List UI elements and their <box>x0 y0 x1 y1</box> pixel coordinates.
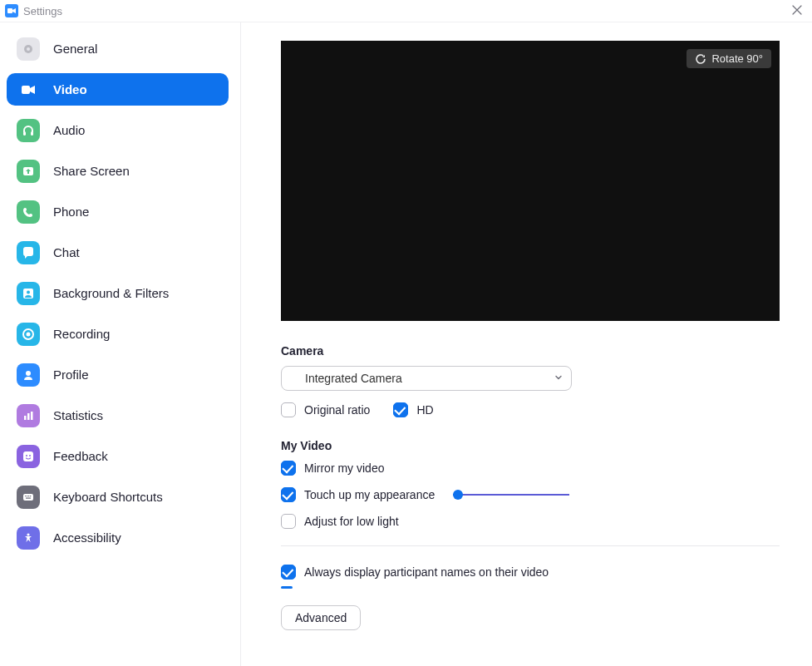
touch-up-checkbox[interactable] <box>281 487 296 502</box>
sidebar-item-keyboard-shortcuts[interactable]: Keyboard Shortcuts <box>7 481 229 513</box>
svg-point-16 <box>26 455 27 456</box>
sidebar-item-recording[interactable]: Recording <box>7 318 229 350</box>
smile-icon <box>17 445 40 468</box>
svg-point-11 <box>26 371 31 376</box>
sidebar-item-chat[interactable]: Chat <box>7 236 229 269</box>
sidebar: General Video Audio Share Screen Phone <box>0 22 241 666</box>
sidebar-item-label: General <box>53 42 220 56</box>
sidebar-item-label: Audio <box>53 123 220 137</box>
window-title: Settings <box>23 5 62 17</box>
camera-section-label: Camera <box>281 344 782 358</box>
sidebar-item-background-filters[interactable]: Background & Filters <box>7 277 229 309</box>
svg-point-10 <box>27 332 31 336</box>
accessibility-icon <box>17 526 40 550</box>
hd-checkbox[interactable] <box>393 402 408 417</box>
keyboard-icon <box>17 486 40 509</box>
sidebar-item-label: Keyboard Shortcuts <box>53 490 220 504</box>
sidebar-item-label: Background & Filters <box>53 286 220 300</box>
sidebar-item-label: Statistics <box>53 408 220 422</box>
slider-thumb[interactable] <box>453 490 463 500</box>
content-video-settings: Rotate 90° Camera Integrated Camera Orig… <box>241 22 812 666</box>
hd-label: HD <box>416 403 433 417</box>
svg-point-17 <box>29 455 31 456</box>
svg-rect-21 <box>28 496 29 496</box>
headphones-icon <box>17 119 40 142</box>
svg-rect-4 <box>23 131 26 136</box>
svg-point-2 <box>27 47 30 51</box>
sidebar-item-audio[interactable]: Audio <box>7 114 229 146</box>
display-names-checkbox[interactable] <box>281 565 296 580</box>
camera-select[interactable]: Integrated Camera <box>281 366 572 391</box>
person-icon <box>17 282 40 305</box>
sidebar-item-statistics[interactable]: Statistics <box>7 399 229 432</box>
svg-rect-5 <box>31 131 33 136</box>
advanced-button[interactable]: Advanced <box>281 605 361 630</box>
original-ratio-checkbox[interactable] <box>281 402 296 417</box>
touch-up-label: Touch up my appearance <box>304 488 435 501</box>
sidebar-item-feedback[interactable]: Feedback <box>7 440 229 472</box>
sidebar-item-label: Video <box>53 82 220 96</box>
sidebar-item-label: Profile <box>53 368 220 382</box>
video-icon <box>17 78 40 101</box>
phone-icon <box>17 200 40 224</box>
svg-point-24 <box>27 533 29 535</box>
mirror-checkbox[interactable] <box>281 461 296 476</box>
svg-rect-3 <box>22 86 30 94</box>
profile-icon <box>17 363 40 387</box>
sidebar-item-profile[interactable]: Profile <box>7 358 229 391</box>
low-light-label: Adjust for low light <box>304 515 399 528</box>
gear-icon <box>17 37 40 61</box>
svg-point-8 <box>27 290 30 294</box>
sidebar-item-label: Feedback <box>53 449 220 463</box>
low-light-checkbox[interactable] <box>281 514 296 529</box>
svg-rect-0 <box>7 8 12 13</box>
svg-rect-12 <box>24 416 27 420</box>
share-icon <box>17 160 40 183</box>
sidebar-item-share-screen[interactable]: Share Screen <box>7 155 229 187</box>
stats-icon <box>17 404 40 427</box>
divider <box>281 545 780 546</box>
video-preview: Rotate 90° <box>281 41 780 321</box>
svg-rect-19 <box>25 496 26 496</box>
svg-rect-22 <box>30 496 31 496</box>
camera-selected-value: Integrated Camera <box>305 372 402 385</box>
original-ratio-label: Original ratio <box>304 403 370 417</box>
sidebar-item-label: Accessibility <box>53 530 220 545</box>
rotate-label: Rotate 90° <box>711 52 763 65</box>
svg-rect-14 <box>31 412 33 420</box>
sidebar-item-label: Chat <box>53 245 220 259</box>
record-icon <box>17 323 40 346</box>
camera-select-wrap: Integrated Camera <box>281 366 572 391</box>
titlebar: Settings <box>0 0 812 22</box>
mirror-label: Mirror my video <box>304 461 384 475</box>
chat-icon <box>17 241 40 264</box>
close-icon[interactable] <box>789 2 805 18</box>
svg-rect-23 <box>26 497 31 498</box>
touch-up-slider[interactable] <box>453 490 569 500</box>
svg-rect-13 <box>27 413 30 420</box>
partial-indicator <box>281 586 293 589</box>
sidebar-item-general[interactable]: General <box>7 32 229 65</box>
sidebar-item-video[interactable]: Video <box>7 73 229 106</box>
sidebar-item-accessibility[interactable]: Accessibility <box>7 521 229 554</box>
sidebar-item-phone[interactable]: Phone <box>7 195 229 228</box>
my-video-section-label: My Video <box>281 439 782 452</box>
advanced-label: Advanced <box>295 611 347 624</box>
rotate-button[interactable]: Rotate 90° <box>687 49 771 68</box>
sidebar-item-label: Share Screen <box>53 164 220 178</box>
rotate-icon <box>695 53 706 65</box>
sidebar-item-label: Recording <box>53 327 220 341</box>
svg-rect-20 <box>27 496 27 496</box>
app-icon <box>5 4 18 17</box>
sidebar-item-label: Phone <box>53 205 220 219</box>
slider-track <box>453 494 569 496</box>
svg-rect-18 <box>23 494 33 501</box>
display-names-label: Always display participant names on thei… <box>304 565 549 579</box>
main: General Video Audio Share Screen Phone <box>0 22 812 666</box>
svg-rect-15 <box>23 451 33 461</box>
